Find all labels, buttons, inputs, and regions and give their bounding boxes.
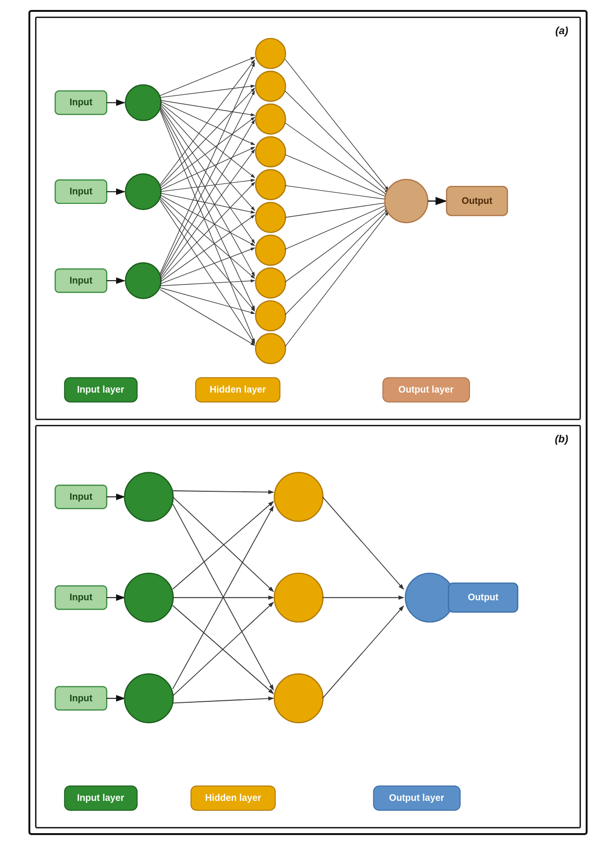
svg-line-53 — [285, 91, 389, 193]
svg-point-62 — [385, 180, 428, 223]
svg-point-87 — [125, 573, 173, 622]
svg-line-42 — [160, 63, 255, 274]
svg-text:Output layer: Output layer — [399, 384, 454, 395]
svg-line-52 — [285, 59, 389, 191]
svg-point-21 — [255, 334, 285, 364]
svg-line-55 — [285, 155, 389, 198]
svg-line-61 — [285, 212, 389, 347]
svg-text:Input: Input — [70, 693, 93, 703]
svg-point-9 — [126, 85, 161, 120]
svg-line-32 — [160, 60, 255, 185]
svg-text:Output: Output — [462, 195, 492, 206]
svg-line-57 — [285, 202, 389, 218]
svg-point-11 — [126, 263, 161, 298]
svg-point-20 — [255, 301, 285, 331]
svg-line-103 — [323, 606, 404, 698]
svg-text:Input: Input — [70, 97, 93, 107]
svg-point-17 — [255, 202, 285, 232]
diagram-a-label: (a) — [555, 25, 568, 37]
svg-line-44 — [160, 120, 255, 277]
svg-line-51 — [160, 290, 255, 346]
svg-point-14 — [255, 104, 285, 134]
svg-line-23 — [160, 86, 255, 98]
svg-text:Input layer: Input layer — [77, 384, 124, 395]
svg-line-34 — [160, 117, 255, 188]
svg-point-89 — [274, 472, 323, 521]
svg-line-93 — [172, 497, 273, 592]
diagram-b: (b) Input Input Input — [35, 425, 581, 828]
svg-point-13 — [255, 71, 285, 101]
svg-point-15 — [255, 137, 285, 167]
svg-line-99 — [172, 602, 273, 696]
svg-point-12 — [255, 38, 285, 68]
svg-line-101 — [323, 497, 404, 589]
svg-line-49 — [160, 281, 255, 286]
svg-line-36 — [160, 180, 255, 192]
svg-point-10 — [126, 174, 161, 210]
outer-container: (a) Input Input Input — [28, 10, 588, 835]
svg-text:Hidden layer: Hidden layer — [205, 792, 262, 803]
svg-point-88 — [125, 674, 173, 723]
svg-line-22 — [160, 57, 255, 96]
svg-line-27 — [160, 104, 255, 210]
svg-line-56 — [285, 185, 389, 200]
svg-point-19 — [255, 268, 285, 298]
diagram-a-svg: Input Input Input — [36, 18, 580, 419]
diagram-b-label: (b) — [555, 433, 568, 445]
svg-line-100 — [172, 698, 273, 703]
svg-text:Input: Input — [70, 592, 93, 602]
svg-point-86 — [125, 472, 173, 521]
svg-line-43 — [160, 91, 255, 276]
svg-line-29 — [160, 107, 255, 276]
svg-line-40 — [160, 199, 255, 311]
svg-line-58 — [285, 204, 389, 249]
svg-point-91 — [274, 674, 323, 723]
svg-point-105 — [405, 573, 454, 622]
svg-point-16 — [255, 170, 285, 200]
svg-text:Output layer: Output layer — [389, 792, 444, 803]
svg-line-59 — [285, 207, 389, 282]
svg-line-50 — [160, 288, 255, 313]
svg-text:Output: Output — [468, 592, 498, 602]
svg-point-90 — [274, 573, 323, 622]
svg-line-31 — [160, 110, 255, 342]
svg-text:Input: Input — [70, 186, 93, 196]
svg-text:Hidden layer: Hidden layer — [210, 384, 266, 395]
svg-line-92 — [172, 491, 273, 492]
diagram-b-svg: Input Input Input — [36, 426, 580, 827]
svg-point-18 — [255, 235, 285, 265]
diagram-a: (a) Input Input Input — [35, 17, 581, 420]
svg-text:Input: Input — [70, 491, 93, 502]
svg-text:Input layer: Input layer — [77, 792, 124, 803]
svg-line-54 — [285, 123, 389, 196]
svg-line-60 — [285, 209, 389, 315]
svg-line-95 — [172, 502, 273, 589]
svg-text:Input: Input — [70, 275, 93, 285]
